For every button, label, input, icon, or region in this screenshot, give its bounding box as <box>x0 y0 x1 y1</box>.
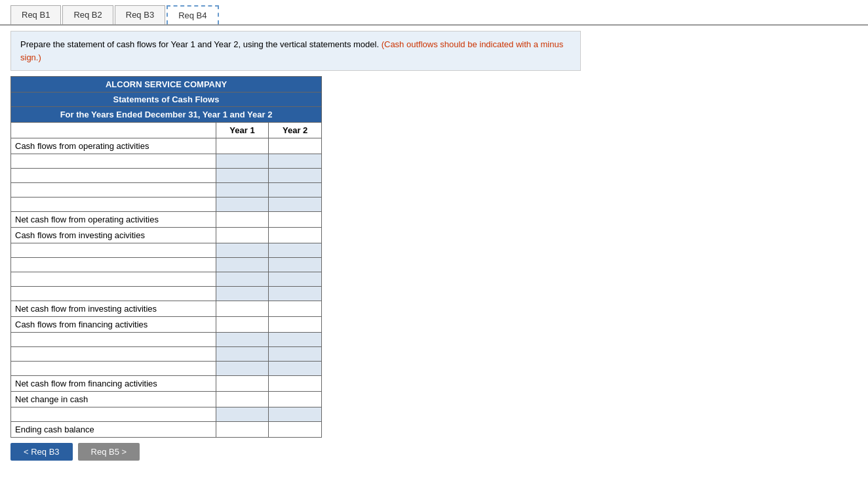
tab-req-b1[interactable]: Req B1 <box>10 5 61 24</box>
year1-cell-8[interactable] <box>216 258 269 272</box>
year1-cell-10[interactable] <box>216 287 269 301</box>
year2-input-3[interactable] <box>273 185 317 195</box>
year1-input-8[interactable] <box>220 260 265 270</box>
year2-input-5[interactable] <box>273 215 317 224</box>
year2-cell-3[interactable] <box>269 183 322 198</box>
year2-cell-12[interactable] <box>269 317 322 333</box>
year1-cell-17[interactable] <box>216 392 269 407</box>
label-input-7[interactable] <box>15 245 212 255</box>
year1-input-7[interactable] <box>220 245 265 255</box>
year2-cell-8[interactable] <box>269 258 322 272</box>
row-label-4[interactable] <box>11 198 216 212</box>
year2-input-1[interactable] <box>273 156 317 166</box>
row-label-9[interactable] <box>11 272 216 287</box>
year2-input-2[interactable] <box>273 171 317 180</box>
year1-cell-11[interactable] <box>216 301 269 317</box>
year2-cell-2[interactable] <box>269 169 322 183</box>
year1-input-2[interactable] <box>220 171 265 180</box>
year1-input-3[interactable] <box>220 185 265 195</box>
tab-req-b3[interactable]: Req B3 <box>115 5 165 24</box>
prev-button[interactable]: < Req B3 <box>10 443 73 461</box>
year1-input-0[interactable] <box>220 141 265 151</box>
label-input-2[interactable] <box>15 171 212 180</box>
year2-input-7[interactable] <box>273 245 317 255</box>
year1-input-5[interactable] <box>220 215 265 224</box>
year1-cell-14[interactable] <box>216 347 269 362</box>
label-input-13[interactable] <box>15 335 212 344</box>
year1-input-13[interactable] <box>220 335 265 344</box>
year2-cell-9[interactable] <box>269 272 322 287</box>
year2-input-18[interactable] <box>273 409 317 419</box>
row-label-14[interactable] <box>11 347 216 362</box>
year2-input-4[interactable] <box>273 199 317 209</box>
label-input-4[interactable] <box>15 199 212 209</box>
year2-input-19[interactable] <box>273 425 317 434</box>
label-input-1[interactable] <box>15 156 212 166</box>
label-input-18[interactable] <box>15 409 212 419</box>
year2-cell-18[interactable] <box>269 407 322 422</box>
year2-cell-15[interactable] <box>269 362 322 376</box>
year1-input-12[interactable] <box>220 320 265 329</box>
label-input-9[interactable] <box>15 274 212 284</box>
year2-input-10[interactable] <box>273 289 317 299</box>
year2-cell-19[interactable] <box>269 422 322 438</box>
year1-cell-18[interactable] <box>216 407 269 422</box>
row-label-18[interactable] <box>11 407 216 422</box>
label-input-3[interactable] <box>15 185 212 195</box>
year2-input-12[interactable] <box>273 320 317 329</box>
year1-cell-2[interactable] <box>216 169 269 183</box>
year2-input-9[interactable] <box>273 274 317 284</box>
year2-input-17[interactable] <box>273 394 317 404</box>
year1-input-1[interactable] <box>220 156 265 166</box>
year1-input-17[interactable] <box>220 394 265 404</box>
year1-input-9[interactable] <box>220 274 265 284</box>
year2-cell-5[interactable] <box>269 212 322 228</box>
year1-cell-12[interactable] <box>216 317 269 333</box>
label-input-15[interactable] <box>15 364 212 373</box>
year1-input-11[interactable] <box>220 304 265 314</box>
year1-cell-0[interactable] <box>216 138 269 154</box>
year1-cell-19[interactable] <box>216 422 269 438</box>
year1-input-18[interactable] <box>220 409 265 419</box>
next-button[interactable]: Req B5 > <box>78 443 140 461</box>
row-label-13[interactable] <box>11 333 216 347</box>
year1-cell-16[interactable] <box>216 376 269 392</box>
label-input-14[interactable] <box>15 349 212 359</box>
year2-cell-16[interactable] <box>269 376 322 392</box>
year1-cell-5[interactable] <box>216 212 269 228</box>
year1-input-15[interactable] <box>220 364 265 373</box>
year1-cell-4[interactable] <box>216 198 269 212</box>
tab-req-b4[interactable]: Req B4 <box>167 5 218 24</box>
year1-input-10[interactable] <box>220 289 265 299</box>
year2-cell-0[interactable] <box>269 138 322 154</box>
tab-req-b2[interactable]: Req B2 <box>62 5 113 24</box>
year1-input-19[interactable] <box>220 425 265 434</box>
year1-cell-15[interactable] <box>216 362 269 376</box>
year2-cell-17[interactable] <box>269 392 322 407</box>
year1-input-6[interactable] <box>220 230 265 240</box>
row-label-2[interactable] <box>11 169 216 183</box>
year1-input-4[interactable] <box>220 199 265 209</box>
year2-input-15[interactable] <box>273 364 317 373</box>
year2-input-8[interactable] <box>273 260 317 270</box>
year2-cell-1[interactable] <box>269 154 322 169</box>
year2-cell-6[interactable] <box>269 228 322 243</box>
year1-cell-7[interactable] <box>216 243 269 258</box>
year2-input-16[interactable] <box>273 379 317 388</box>
year2-cell-10[interactable] <box>269 287 322 301</box>
year2-cell-4[interactable] <box>269 198 322 212</box>
year2-input-13[interactable] <box>273 335 317 344</box>
year2-input-14[interactable] <box>273 349 317 359</box>
year2-input-6[interactable] <box>273 230 317 240</box>
year1-cell-9[interactable] <box>216 272 269 287</box>
year1-cell-3[interactable] <box>216 183 269 198</box>
year1-cell-13[interactable] <box>216 333 269 347</box>
year2-cell-13[interactable] <box>269 333 322 347</box>
row-label-7[interactable] <box>11 243 216 258</box>
year1-input-14[interactable] <box>220 349 265 359</box>
year2-cell-7[interactable] <box>269 243 322 258</box>
row-label-8[interactable] <box>11 258 216 272</box>
year2-cell-14[interactable] <box>269 347 322 362</box>
row-label-15[interactable] <box>11 362 216 376</box>
year2-input-0[interactable] <box>273 141 317 151</box>
